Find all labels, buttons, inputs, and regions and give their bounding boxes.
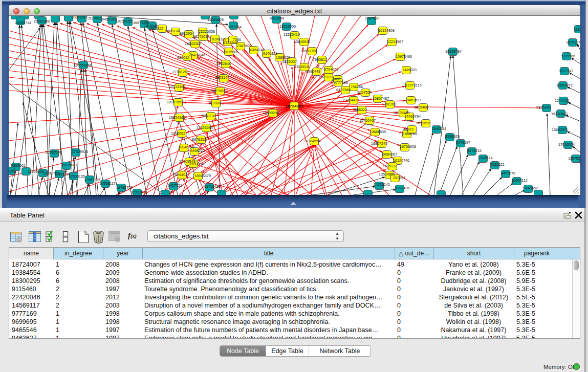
svg-text:8267130: 8267130	[202, 114, 216, 118]
svg-text:26053346: 26053346	[75, 63, 92, 68]
svg-text:7986322: 7986322	[353, 107, 367, 112]
svg-text:9827503: 9827503	[193, 34, 207, 39]
svg-text:13640910: 13640910	[294, 39, 310, 44]
svg-text:1527602: 1527602	[87, 16, 101, 20]
svg-text:9245652: 9245652	[524, 186, 538, 190]
svg-text:5322037: 5322037	[282, 59, 297, 64]
svg-text:14055714: 14055714	[15, 20, 31, 25]
svg-text:7853061: 7853061	[11, 163, 26, 168]
svg-text:14495794: 14495794	[404, 114, 421, 119]
svg-text:2935114: 2935114	[478, 156, 492, 160]
svg-text:1733426: 1733426	[395, 186, 409, 190]
svg-text:12505135: 12505135	[69, 174, 85, 179]
svg-text:12213967: 12213967	[387, 39, 403, 44]
svg-text:6794028: 6794028	[324, 67, 338, 72]
svg-text:16543362: 16543362	[185, 41, 201, 46]
svg-text:23226058: 23226058	[199, 29, 215, 34]
svg-text:10654112: 10654112	[511, 178, 527, 183]
svg-text:7625402: 7625402	[173, 172, 187, 177]
svg-text:15692971: 15692971	[552, 127, 568, 132]
svg-text:16782759: 16782759	[116, 185, 133, 190]
svg-text:12093872: 12093872	[556, 83, 573, 87]
svg-text:14136141: 14136141	[374, 182, 390, 187]
svg-text:9699695: 9699695	[416, 121, 430, 125]
svg-text:23420046: 23420046	[189, 53, 205, 57]
svg-text:7955812: 7955812	[313, 57, 327, 62]
svg-text:10688609: 10688609	[369, 129, 386, 134]
svg-text:9115460: 9115460	[414, 105, 428, 110]
svg-text:9463627: 9463627	[407, 98, 421, 102]
svg-text:6479197: 6479197	[456, 140, 470, 145]
svg-text:9242848: 9242848	[216, 61, 231, 66]
svg-text:8813054: 8813054	[270, 16, 284, 20]
svg-text:7485003: 7485003	[402, 68, 417, 72]
svg-text:18300295: 18300295	[263, 111, 279, 115]
svg-text:30975867: 30975867	[61, 163, 77, 167]
svg-text:62160: 62160	[386, 102, 396, 106]
svg-text:10958117: 10958117	[99, 181, 115, 186]
svg-text:19384554: 19384554	[304, 139, 320, 143]
svg-text:10719155: 10719155	[116, 19, 132, 24]
svg-text:9474444: 9474444	[467, 148, 482, 153]
svg-text:1965769: 1965769	[403, 132, 417, 136]
svg-text:2803144: 2803144	[215, 75, 229, 80]
svg-text:417006: 417006	[209, 101, 221, 105]
svg-text:13325419: 13325419	[284, 32, 300, 37]
svg-text:20206576: 20206576	[45, 150, 61, 155]
svg-text:18724007: 18724007	[285, 104, 303, 108]
svg-text:8215955: 8215955	[536, 105, 551, 110]
svg-text:9329966: 9329966	[561, 54, 575, 58]
svg-text:8675685: 8675685	[224, 50, 238, 54]
svg-text:15720407: 15720407	[359, 118, 376, 123]
svg-text:16914479: 16914479	[194, 173, 211, 178]
svg-text:17957275: 17957275	[84, 178, 100, 182]
svg-text:12923446: 12923446	[131, 190, 147, 194]
svg-text:15751074: 15751074	[566, 40, 580, 45]
svg-text:6466160: 6466160	[102, 17, 116, 21]
svg-text:10807487: 10807487	[373, 96, 389, 101]
svg-text:12213369: 12213369	[169, 84, 185, 89]
svg-text:16154808: 16154808	[378, 28, 395, 33]
svg-text:9498222: 9498222	[190, 148, 205, 153]
svg-text:1362615: 1362615	[294, 64, 309, 69]
svg-text:19854985: 19854985	[169, 115, 185, 120]
svg-text:8471676: 8471676	[501, 171, 515, 176]
svg-text:7546: 7546	[233, 37, 241, 42]
svg-text:1244415: 1244415	[555, 98, 569, 103]
svg-text:989012: 989012	[177, 55, 189, 60]
svg-text:8938928: 8938928	[445, 134, 460, 139]
svg-text:16648784: 16648784	[445, 49, 462, 54]
svg-text:8990448: 8990448	[306, 69, 320, 74]
svg-text:6497568: 6497568	[336, 87, 351, 92]
svg-text:7663822: 7663822	[149, 26, 163, 31]
svg-text:20691406: 20691406	[34, 19, 50, 24]
svg-text:17359924: 17359924	[72, 149, 88, 154]
svg-text:11177: 11177	[574, 27, 580, 32]
svg-text:16961758: 16961758	[301, 49, 317, 53]
svg-text:19756928: 19756928	[400, 144, 416, 149]
svg-text:7632621: 7632621	[490, 162, 505, 167]
svg-text:252254: 252254	[393, 176, 405, 180]
svg-text:44923: 44923	[403, 127, 413, 132]
svg-text:746266: 746266	[351, 84, 363, 89]
svg-text:18807249: 18807249	[371, 141, 387, 146]
svg-text:10107553: 10107553	[167, 100, 183, 104]
svg-text:1640954: 1640954	[432, 126, 446, 131]
svg-text:1590994: 1590994	[189, 162, 204, 166]
svg-text:3624554: 3624554	[357, 90, 372, 95]
svg-text:11353594: 11353594	[197, 125, 212, 130]
svg-text:1615132: 1615132	[383, 164, 397, 168]
svg-text:15716485: 15716485	[204, 184, 221, 189]
svg-text:7357224: 7357224	[227, 25, 242, 29]
svg-text:10973493: 10973493	[396, 54, 412, 59]
svg-text:9227343: 9227343	[559, 69, 573, 73]
svg-text:16120746: 16120746	[393, 158, 409, 163]
svg-text:11156829: 11156829	[28, 169, 44, 174]
svg-text:9427552: 9427552	[211, 89, 225, 93]
svg-text:12973115: 12973115	[405, 83, 421, 87]
svg-text:1621072: 1621072	[319, 75, 333, 79]
svg-text:9660124: 9660124	[165, 29, 180, 33]
svg-text:21364436: 21364436	[343, 98, 359, 102]
svg-text:16033809: 16033809	[207, 17, 224, 22]
svg-text:2718126: 2718126	[172, 70, 187, 74]
